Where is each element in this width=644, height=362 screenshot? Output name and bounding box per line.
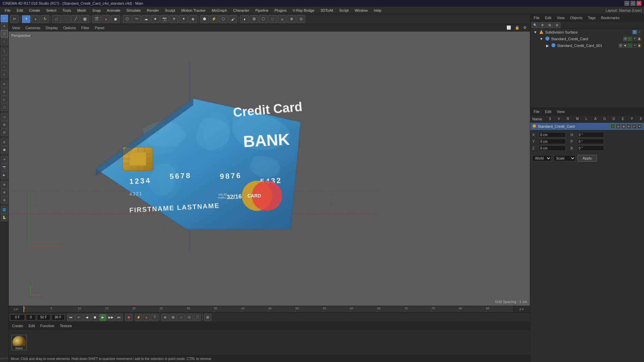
tool-axis[interactable]: ⊕ — [1, 196, 8, 204]
tool-world[interactable]: 🌐 — [1, 206, 8, 214]
transport-first[interactable]: ⏮ — [67, 314, 74, 321]
tool-snap2[interactable]: ⊕ — [1, 181, 8, 188]
coord-y-input[interactable] — [539, 139, 566, 144]
vp-menu-display[interactable]: Display — [44, 25, 59, 31]
tool-move[interactable]: ✦ — [1, 22, 8, 30]
vp-menu-cameras[interactable]: Cameras — [24, 25, 42, 31]
tag-item3-4[interactable]: ✕ — [633, 44, 637, 48]
tag-check[interactable]: ✓ — [637, 30, 641, 34]
menu-file[interactable]: File — [2, 8, 13, 13]
tool-select-live[interactable]: ╲ — [1, 48, 8, 55]
tag-x[interactable]: ✕ — [633, 37, 637, 41]
extra6[interactable]: ⊗ — [287, 15, 296, 23]
render-preview[interactable]: 🎬 — [92, 15, 101, 23]
select-poly[interactable]: ▦ — [80, 15, 89, 23]
extra1[interactable]: ♦ — [240, 15, 249, 23]
minimize-button[interactable]: — — [625, 1, 629, 6]
tool-sculpt2[interactable]: ⬡ — [1, 104, 8, 111]
select-pts[interactable]: · — [62, 15, 70, 23]
vp-maximize[interactable]: ⬜ — [505, 25, 513, 30]
mode-paint[interactable]: 🖌 — [228, 15, 237, 23]
tool-knife[interactable]: ◁ — [1, 113, 8, 121]
menu-help[interactable]: Help — [371, 8, 384, 13]
extra3[interactable]: ⬡ — [259, 15, 268, 23]
transform-mode-select[interactable]: Scale Position Rotation — [553, 155, 576, 161]
menu-simulate[interactable]: Simulate — [124, 8, 144, 13]
transport-prev[interactable]: ↩ — [75, 314, 83, 321]
vp-settings[interactable]: ⚙ — [522, 25, 528, 30]
edit-env[interactable]: ◈ — [189, 15, 197, 23]
tool-move-btn[interactable]: ✦ — [22, 15, 31, 23]
mode-bp[interactable]: ⬡ — [219, 15, 228, 23]
tag-item3-1[interactable]: ⊟ — [619, 44, 623, 48]
vp-menu-filter[interactable]: Filter — [80, 25, 91, 31]
transport-play[interactable]: ▶ — [99, 314, 107, 321]
tool-camera[interactable]: 📷 — [1, 164, 8, 171]
vp-lock[interactable]: 🔒 — [514, 25, 521, 30]
mat-menu-texture[interactable]: Texture — [58, 323, 73, 328]
pb-panel[interactable]: ⊞ — [204, 314, 211, 321]
coord-b-input[interactable] — [577, 145, 604, 151]
mat-menu-function[interactable]: Function — [39, 323, 56, 328]
edit-obj[interactable]: ⬡ — [123, 15, 131, 23]
menu-character[interactable]: Character — [230, 8, 252, 13]
tool-mirror[interactable]: ⊟ — [1, 129, 8, 136]
tool-texture[interactable]: ⬟ — [1, 146, 8, 154]
scene-menu-tags[interactable]: Tags — [587, 15, 597, 20]
vp-menu-view[interactable]: View — [11, 25, 21, 31]
menu-3dtoall[interactable]: 3DToAll — [318, 8, 336, 13]
attr-menu-view[interactable]: View — [555, 109, 566, 114]
scene-menu-file[interactable]: File — [532, 15, 541, 20]
vp-menu-panel[interactable]: Panel — [94, 25, 106, 31]
attr-r-icon[interactable]: R — [627, 124, 631, 129]
attr-menu-file[interactable]: File — [532, 109, 541, 114]
edit-camera[interactable]: 📷 — [160, 15, 169, 23]
tool-rotate-btn[interactable]: ↻ — [41, 15, 49, 23]
menu-create[interactable]: Create — [26, 8, 43, 13]
tool-undo-btn[interactable]: ↩ — [10, 15, 19, 23]
pb-extra3[interactable]: ? — [151, 314, 158, 321]
edit-generator[interactable]: ☁ — [142, 15, 150, 23]
mat-menu-create[interactable]: Create — [11, 323, 24, 328]
menu-snap[interactable]: Snap — [90, 8, 104, 13]
tool-render[interactable]: ▶ — [1, 171, 8, 179]
tree-item-credit-card[interactable]: ▼ Standard_Credit_Card ⊟ ● ✕ 🔒 — [530, 36, 644, 42]
menu-tools[interactable]: Tools — [60, 8, 74, 13]
coord-z-input[interactable] — [539, 145, 566, 151]
pb-motion2[interactable]: ⊞ — [169, 314, 177, 321]
fps-input[interactable] — [37, 314, 50, 320]
edit-light[interactable]: ☀ — [170, 15, 178, 23]
tool-scale-btn[interactable]: + — [31, 15, 40, 23]
tool-rotate[interactable]: ○ — [1, 38, 8, 45]
tree-item-credit-card-001[interactable]: ▶ Standard_Credit_Card_001 ⊟ ■ ● ✕ 🔒 — [530, 42, 644, 49]
pb-extra2[interactable]: ● — [143, 314, 150, 321]
attr-edit-icon[interactable]: ⊟ — [616, 124, 621, 129]
edit-deformer[interactable]: ★ — [151, 15, 160, 23]
attr-menu-edit[interactable]: Edit — [544, 109, 553, 114]
maximize-button[interactable]: □ — [631, 1, 635, 6]
menu-script[interactable]: Script — [336, 8, 351, 13]
tool-spline[interactable]: S — [1, 88, 8, 96]
tool-snap3[interactable]: ⊕ — [1, 189, 8, 196]
coord-p-input[interactable] — [577, 139, 604, 144]
material-thumbnail[interactable]: Stanc — [11, 335, 27, 350]
menu-sculpt[interactable]: Sculpt — [162, 8, 178, 13]
scene-tb2[interactable]: ⚙ — [539, 22, 546, 28]
transport-last[interactable]: ⏭ — [115, 314, 123, 321]
edit-particle[interactable]: ✦ — [179, 15, 188, 23]
pb-motion3[interactable]: ○ — [177, 314, 185, 321]
tag-lock[interactable]: 🔒 — [637, 37, 641, 41]
edit-spline[interactable]: 〜 — [132, 15, 141, 23]
transport-stop[interactable]: ⏹ — [91, 314, 99, 321]
coord-x-input[interactable] — [539, 132, 566, 137]
menu-edit[interactable]: Edit — [14, 8, 26, 13]
tool-select-rect[interactable]: □ — [1, 55, 8, 63]
mode-perspective[interactable]: ⬟ — [200, 15, 209, 23]
menu-pipeline[interactable]: Pipeline — [253, 8, 271, 13]
menu-plugins[interactable]: Plugins — [272, 8, 289, 13]
scene-tb1[interactable]: 🔍 — [532, 22, 538, 28]
viewport-3d[interactable]: Perspective — [9, 32, 530, 306]
menu-animate[interactable]: Animate — [104, 8, 123, 13]
tool-python[interactable]: 🐍 — [1, 214, 8, 221]
tool-select-circle[interactable]: ○ — [1, 63, 8, 70]
